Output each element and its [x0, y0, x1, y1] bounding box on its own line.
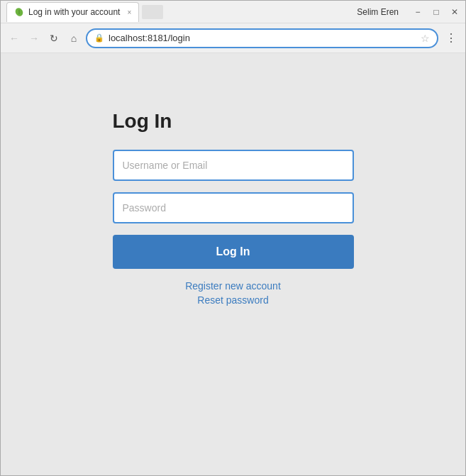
address-bar: ← → ↻ ⌂ 🔒 localhost:8181/login ☆ ⋮ — [1, 23, 465, 53]
home-button[interactable]: ⌂ — [66, 31, 82, 46]
maximize-button[interactable]: □ — [431, 7, 441, 17]
bookmark-star-icon[interactable]: ☆ — [421, 33, 430, 44]
minimize-button[interactable]: − — [413, 7, 423, 17]
link-group: Register new account Reset password — [185, 280, 281, 306]
register-link[interactable]: Register new account — [185, 280, 281, 292]
browser-window: Log in with your account × Selim Eren − … — [0, 0, 466, 476]
reset-password-link[interactable]: Reset password — [197, 294, 268, 306]
username-field-group — [113, 150, 354, 181]
close-button[interactable]: ✕ — [450, 7, 460, 17]
login-button[interactable]: Log In — [113, 235, 354, 269]
title-bar: Log in with your account × Selim Eren − … — [1, 1, 465, 23]
inactive-tab[interactable] — [142, 5, 163, 19]
browser-menu-button[interactable]: ⋮ — [443, 30, 460, 46]
reload-button[interactable]: ↻ — [46, 31, 62, 46]
tab-close-button[interactable]: × — [127, 9, 131, 16]
back-button[interactable]: ← — [6, 31, 22, 46]
password-input[interactable] — [113, 192, 354, 223]
lock-icon: 🔒 — [94, 33, 104, 43]
login-form-container: Log In Log In Register new account Reset… — [113, 110, 354, 306]
url-bar[interactable]: 🔒 localhost:8181/login ☆ — [86, 28, 438, 48]
page-content: Log In Log In Register new account Reset… — [1, 53, 465, 475]
window-user-label: Selim Eren — [357, 7, 399, 17]
window-controls: Selim Eren − □ ✕ — [357, 7, 460, 17]
url-text: localhost:8181/login — [109, 33, 416, 43]
username-input[interactable] — [113, 150, 354, 181]
password-field-group — [113, 192, 354, 223]
active-tab[interactable]: Log in with your account × — [6, 2, 139, 22]
login-title: Log In — [113, 110, 172, 133]
forward-button[interactable]: → — [26, 31, 42, 46]
tab-favicon-icon — [14, 7, 24, 17]
tab-title: Log in with your account — [28, 7, 120, 17]
